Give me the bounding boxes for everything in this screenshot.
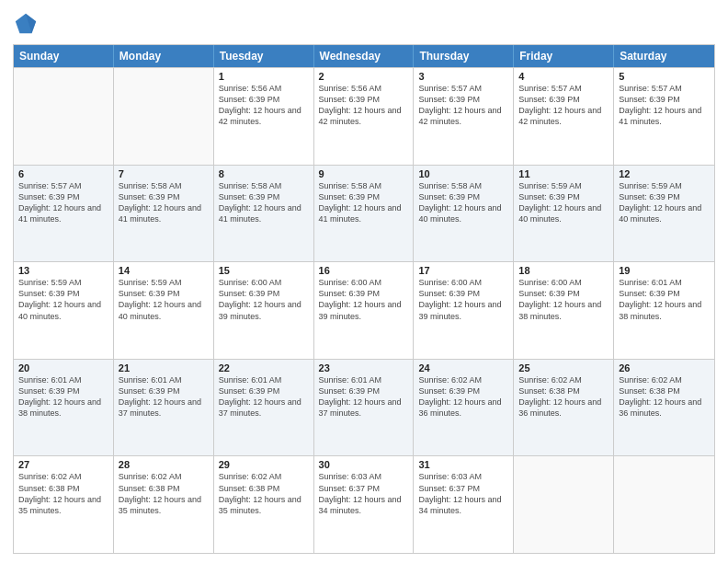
day-cell-14: 14Sunrise: 5:59 AMSunset: 6:39 PMDayligh…: [114, 262, 214, 359]
day-number: 9: [319, 168, 409, 179]
empty-cell: [114, 68, 214, 165]
day-info: Sunrise: 5:56 AMSunset: 6:39 PMDaylight:…: [219, 83, 309, 128]
day-cell-19: 19Sunrise: 6:01 AMSunset: 6:39 PMDayligh…: [614, 262, 714, 359]
weekday-header-wednesday: Wednesday: [314, 45, 415, 67]
day-info: Sunrise: 5:58 AMSunset: 6:39 PMDaylight:…: [319, 180, 409, 225]
day-info: Sunrise: 5:59 AMSunset: 6:39 PMDaylight:…: [18, 277, 108, 322]
day-number: 8: [219, 168, 309, 179]
day-cell-6: 6Sunrise: 5:57 AMSunset: 6:39 PMDaylight…: [14, 166, 114, 262]
day-number: 1: [219, 71, 309, 82]
day-cell-24: 24Sunrise: 6:02 AMSunset: 6:39 PMDayligh…: [414, 360, 514, 456]
day-cell-26: 26Sunrise: 6:02 AMSunset: 6:38 PMDayligh…: [614, 360, 714, 456]
logo: [13, 11, 42, 37]
day-info: Sunrise: 5:56 AMSunset: 6:39 PMDaylight:…: [319, 83, 409, 128]
day-number: 26: [619, 362, 710, 373]
day-number: 2: [319, 71, 409, 82]
day-cell-27: 27Sunrise: 6:02 AMSunset: 6:38 PMDayligh…: [14, 456, 114, 553]
day-cell-30: 30Sunrise: 6:03 AMSunset: 6:37 PMDayligh…: [314, 456, 415, 553]
weekday-header-thursday: Thursday: [414, 45, 514, 67]
day-cell-28: 28Sunrise: 6:02 AMSunset: 6:38 PMDayligh…: [114, 456, 214, 553]
day-cell-7: 7Sunrise: 5:58 AMSunset: 6:39 PMDaylight…: [114, 166, 214, 262]
day-cell-29: 29Sunrise: 6:02 AMSunset: 6:38 PMDayligh…: [214, 456, 314, 553]
weekday-header-friday: Friday: [514, 45, 614, 67]
day-info: Sunrise: 5:57 AMSunset: 6:39 PMDaylight:…: [518, 83, 609, 128]
day-info: Sunrise: 5:59 AMSunset: 6:39 PMDaylight:…: [119, 277, 209, 322]
day-cell-22: 22Sunrise: 6:01 AMSunset: 6:39 PMDayligh…: [214, 360, 314, 456]
day-cell-18: 18Sunrise: 6:00 AMSunset: 6:39 PMDayligh…: [514, 262, 614, 359]
day-info: Sunrise: 6:02 AMSunset: 6:38 PMDaylight:…: [518, 374, 609, 419]
calendar-row-5: 27Sunrise: 6:02 AMSunset: 6:38 PMDayligh…: [14, 455, 714, 553]
day-number: 24: [418, 362, 508, 373]
day-cell-20: 20Sunrise: 6:01 AMSunset: 6:39 PMDayligh…: [14, 360, 114, 456]
day-number: 31: [418, 459, 508, 470]
day-number: 14: [119, 265, 209, 276]
day-cell-23: 23Sunrise: 6:01 AMSunset: 6:39 PMDayligh…: [314, 360, 415, 456]
calendar-row-4: 20Sunrise: 6:01 AMSunset: 6:39 PMDayligh…: [14, 359, 714, 456]
calendar-row-2: 6Sunrise: 5:57 AMSunset: 6:39 PMDaylight…: [14, 165, 714, 262]
empty-cell: [514, 456, 614, 553]
weekday-header-monday: Monday: [114, 45, 214, 67]
day-cell-31: 31Sunrise: 6:03 AMSunset: 6:37 PMDayligh…: [414, 456, 514, 553]
day-info: Sunrise: 6:02 AMSunset: 6:38 PMDaylight:…: [18, 471, 108, 516]
day-info: Sunrise: 6:01 AMSunset: 6:39 PMDaylight:…: [119, 374, 209, 419]
day-info: Sunrise: 6:02 AMSunset: 6:38 PMDaylight:…: [119, 471, 209, 516]
empty-cell: [14, 68, 114, 165]
day-number: 22: [219, 362, 309, 373]
day-number: 28: [119, 459, 209, 470]
day-number: 20: [18, 362, 108, 373]
day-info: Sunrise: 6:02 AMSunset: 6:39 PMDaylight:…: [418, 374, 508, 419]
day-info: Sunrise: 5:57 AMSunset: 6:39 PMDaylight:…: [418, 83, 508, 128]
day-info: Sunrise: 6:00 AMSunset: 6:39 PMDaylight:…: [418, 277, 508, 322]
day-number: 18: [518, 265, 609, 276]
day-info: Sunrise: 6:03 AMSunset: 6:37 PMDaylight:…: [319, 471, 409, 516]
day-cell-9: 9Sunrise: 5:58 AMSunset: 6:39 PMDaylight…: [314, 166, 415, 262]
day-info: Sunrise: 6:02 AMSunset: 6:38 PMDaylight:…: [619, 374, 710, 419]
day-number: 5: [619, 71, 710, 82]
day-number: 7: [119, 168, 209, 179]
calendar-row-1: 1Sunrise: 5:56 AMSunset: 6:39 PMDaylight…: [14, 67, 714, 165]
day-cell-4: 4Sunrise: 5:57 AMSunset: 6:39 PMDaylight…: [514, 68, 614, 165]
day-info: Sunrise: 5:58 AMSunset: 6:39 PMDaylight:…: [219, 180, 309, 225]
weekday-header-sunday: Sunday: [14, 45, 114, 67]
day-cell-25: 25Sunrise: 6:02 AMSunset: 6:38 PMDayligh…: [514, 360, 614, 456]
weekday-header-tuesday: Tuesday: [214, 45, 314, 67]
day-cell-21: 21Sunrise: 6:01 AMSunset: 6:39 PMDayligh…: [114, 360, 214, 456]
day-number: 25: [518, 362, 609, 373]
day-info: Sunrise: 6:01 AMSunset: 6:39 PMDaylight:…: [319, 374, 409, 419]
day-number: 23: [319, 362, 409, 373]
page: SundayMondayTuesdayWednesdayThursdayFrid…: [0, 0, 728, 563]
calendar: SundayMondayTuesdayWednesdayThursdayFrid…: [13, 44, 715, 554]
day-info: Sunrise: 6:02 AMSunset: 6:38 PMDaylight:…: [219, 471, 309, 516]
day-number: 11: [518, 168, 609, 179]
day-info: Sunrise: 6:01 AMSunset: 6:39 PMDaylight:…: [219, 374, 309, 419]
day-number: 30: [319, 459, 409, 470]
day-number: 3: [418, 71, 508, 82]
header: [13, 11, 715, 37]
day-number: 6: [18, 168, 108, 179]
calendar-row-3: 13Sunrise: 5:59 AMSunset: 6:39 PMDayligh…: [14, 261, 714, 359]
day-cell-3: 3Sunrise: 5:57 AMSunset: 6:39 PMDaylight…: [414, 68, 514, 165]
day-number: 10: [418, 168, 508, 179]
day-info: Sunrise: 6:00 AMSunset: 6:39 PMDaylight:…: [518, 277, 609, 322]
day-cell-13: 13Sunrise: 5:59 AMSunset: 6:39 PMDayligh…: [14, 262, 114, 359]
day-info: Sunrise: 6:00 AMSunset: 6:39 PMDaylight:…: [219, 277, 309, 322]
day-cell-2: 2Sunrise: 5:56 AMSunset: 6:39 PMDaylight…: [314, 68, 415, 165]
day-number: 15: [219, 265, 309, 276]
day-cell-1: 1Sunrise: 5:56 AMSunset: 6:39 PMDaylight…: [214, 68, 314, 165]
day-cell-11: 11Sunrise: 5:59 AMSunset: 6:39 PMDayligh…: [514, 166, 614, 262]
day-cell-16: 16Sunrise: 6:00 AMSunset: 6:39 PMDayligh…: [314, 262, 415, 359]
day-number: 27: [18, 459, 108, 470]
day-info: Sunrise: 6:01 AMSunset: 6:39 PMDaylight:…: [18, 374, 108, 419]
day-info: Sunrise: 5:59 AMSunset: 6:39 PMDaylight:…: [518, 180, 609, 225]
weekday-header-saturday: Saturday: [614, 45, 714, 67]
day-info: Sunrise: 6:03 AMSunset: 6:37 PMDaylight:…: [418, 471, 508, 516]
day-number: 13: [18, 265, 108, 276]
empty-cell: [614, 456, 714, 553]
day-number: 16: [319, 265, 409, 276]
day-info: Sunrise: 5:57 AMSunset: 6:39 PMDaylight:…: [18, 180, 108, 225]
day-cell-5: 5Sunrise: 5:57 AMSunset: 6:39 PMDaylight…: [614, 68, 714, 165]
day-info: Sunrise: 5:58 AMSunset: 6:39 PMDaylight:…: [119, 180, 209, 225]
day-info: Sunrise: 5:59 AMSunset: 6:39 PMDaylight:…: [619, 180, 710, 225]
day-cell-10: 10Sunrise: 5:58 AMSunset: 6:39 PMDayligh…: [414, 166, 514, 262]
logo-icon: [13, 11, 39, 37]
